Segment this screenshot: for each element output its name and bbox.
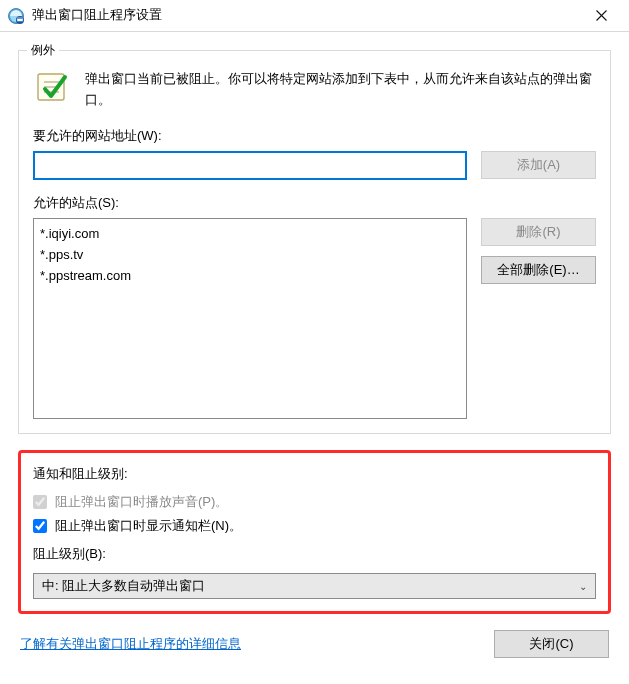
close-icon [596,10,607,21]
remove-button[interactable]: 删除(R) [481,218,596,246]
block-level-value: 中: 阻止大多数自动弹出窗口 [42,577,205,595]
address-label: 要允许的网站地址(W): [33,127,596,145]
dialog-content: 例外 弹出窗口当前已被阻止。你可以将特定网站添加到下表中，从而允许来自该站点的弹… [0,32,629,614]
intro-row: 弹出窗口当前已被阻止。你可以将特定网站添加到下表中，从而允许来自该站点的弹出窗口… [33,69,596,113]
show-bar-row: 阻止弹出窗口时显示通知栏(N)。 [33,517,596,535]
dialog-footer: 了解有关弹出窗口阻止程序的详细信息 关闭(C) [0,614,629,672]
play-sound-row: 阻止弹出窗口时播放声音(P)。 [33,493,596,511]
checklist-icon [35,71,69,105]
window-title: 弹出窗口阻止程序设置 [32,7,579,24]
notifications-section: 通知和阻止级别: 阻止弹出窗口时播放声音(P)。 阻止弹出窗口时显示通知栏(N)… [18,450,611,614]
block-level-label: 阻止级别(B): [33,545,596,563]
more-info-link[interactable]: 了解有关弹出窗口阻止程序的详细信息 [20,635,241,653]
title-bar: 弹出窗口阻止程序设置 [0,0,629,32]
block-level-dropdown[interactable]: 中: 阻止大多数自动弹出窗口 ⌄ [33,573,596,599]
allowed-sites-label: 允许的站点(S): [33,194,596,212]
remove-all-button[interactable]: 全部删除(E)… [481,256,596,284]
exceptions-group: 例外 弹出窗口当前已被阻止。你可以将特定网站添加到下表中，从而允许来自该站点的弹… [18,50,611,434]
play-sound-checkbox[interactable] [33,495,47,509]
list-item[interactable]: *.ppstream.com [40,265,460,286]
show-bar-label: 阻止弹出窗口时显示通知栏(N)。 [55,517,242,535]
add-button[interactable]: 添加(A) [481,151,596,179]
notifications-heading: 通知和阻止级别: [33,465,596,483]
popup-blocker-icon [8,8,24,24]
address-input[interactable] [33,151,467,180]
close-button[interactable]: 关闭(C) [494,630,609,658]
window-close-button[interactable] [579,2,623,30]
play-sound-label: 阻止弹出窗口时播放声音(P)。 [55,493,228,511]
svg-rect-3 [17,17,23,18]
chevron-down-icon: ⌄ [579,581,587,592]
show-bar-checkbox[interactable] [33,519,47,533]
list-item[interactable]: *.iqiyi.com [40,223,460,244]
exceptions-legend: 例外 [27,42,59,59]
intro-text: 弹出窗口当前已被阻止。你可以将特定网站添加到下表中，从而允许来自该站点的弹出窗口… [85,69,596,111]
list-item[interactable]: *.pps.tv [40,244,460,265]
allowed-sites-listbox[interactable]: *.iqiyi.com*.pps.tv*.ppstream.com [33,218,467,419]
